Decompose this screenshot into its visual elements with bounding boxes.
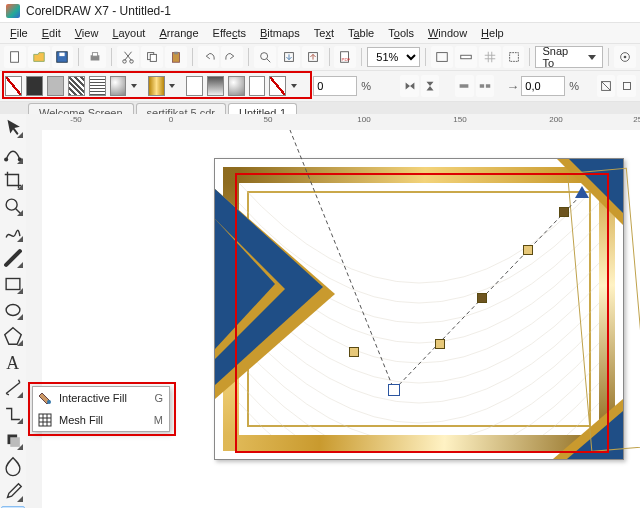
import-button[interactable] bbox=[278, 46, 300, 68]
mirror-h-button[interactable] bbox=[400, 75, 419, 97]
corner-ornament-left bbox=[215, 159, 385, 399]
acceleration-input[interactable] bbox=[521, 76, 565, 96]
connector-tool[interactable] bbox=[1, 402, 25, 426]
ruler-horizontal[interactable]: -50 0 50 100 150 200 250 bbox=[26, 114, 640, 131]
copy-button[interactable] bbox=[141, 46, 163, 68]
separator bbox=[608, 48, 609, 66]
text-tool[interactable]: A bbox=[1, 350, 25, 374]
conical-fill-swatch[interactable] bbox=[228, 76, 245, 96]
reverse-fill-button[interactable] bbox=[455, 75, 474, 97]
rectangular-fill-swatch[interactable] bbox=[249, 76, 266, 96]
mirror-v-button[interactable] bbox=[421, 75, 440, 97]
freehand-tool[interactable] bbox=[1, 220, 25, 244]
toolbox: A bbox=[0, 114, 27, 508]
eyedropper-tool[interactable] bbox=[1, 480, 25, 504]
menubar[interactable]: File Edit View Layout Arrange Effects Bi… bbox=[0, 23, 640, 44]
gradient-start-handle[interactable] bbox=[388, 384, 400, 396]
polygon-tool[interactable] bbox=[1, 324, 25, 348]
fill-type-dropdown[interactable] bbox=[289, 77, 297, 95]
transparency-tool[interactable] bbox=[1, 454, 25, 478]
fill-uniform-swatch[interactable] bbox=[47, 76, 64, 96]
fill-dropdown[interactable] bbox=[129, 77, 137, 95]
gradient-dropdown[interactable] bbox=[168, 77, 176, 95]
gradient-preset-swatch[interactable] bbox=[148, 76, 165, 96]
fill-solid-swatch[interactable] bbox=[26, 76, 43, 96]
svg-rect-50 bbox=[39, 414, 51, 426]
repeat-fill-button[interactable] bbox=[476, 75, 495, 97]
elliptical-fill-swatch[interactable] bbox=[207, 76, 224, 96]
svg-rect-21 bbox=[460, 84, 469, 88]
menu-layout[interactable]: Layout bbox=[106, 25, 151, 41]
artistic-media-tool[interactable] bbox=[1, 246, 25, 270]
menu-tools[interactable]: Tools bbox=[382, 25, 420, 41]
export-button[interactable] bbox=[302, 46, 324, 68]
menu-help[interactable]: Help bbox=[475, 25, 510, 41]
svg-rect-18 bbox=[509, 53, 518, 62]
menu-arrange[interactable]: Arrange bbox=[153, 25, 204, 41]
svg-point-11 bbox=[261, 53, 268, 60]
no-fill-swatch[interactable] bbox=[269, 76, 286, 96]
pick-tool[interactable] bbox=[1, 116, 25, 140]
gradient-skew-handle[interactable] bbox=[349, 347, 359, 357]
menu-text[interactable]: Text bbox=[308, 25, 340, 41]
menu-file[interactable]: File bbox=[4, 25, 34, 41]
menu-table[interactable]: Table bbox=[342, 25, 380, 41]
redo-button[interactable] bbox=[221, 46, 243, 68]
flyout-item-label: Mesh Fill bbox=[59, 414, 103, 426]
drawing-canvas[interactable] bbox=[42, 130, 640, 508]
drop-shadow-tool[interactable] bbox=[1, 428, 25, 452]
menu-view[interactable]: View bbox=[69, 25, 105, 41]
show-rulers-button[interactable] bbox=[455, 46, 477, 68]
open-button[interactable] bbox=[28, 46, 50, 68]
separator bbox=[361, 48, 362, 66]
svg-rect-17 bbox=[461, 55, 472, 59]
new-button[interactable] bbox=[4, 46, 26, 68]
interactive-fill-icon bbox=[37, 390, 53, 406]
copy-fill-button[interactable] bbox=[617, 75, 636, 97]
svg-point-28 bbox=[6, 199, 17, 210]
flyout-mesh-fill[interactable]: Mesh Fill M bbox=[33, 409, 169, 431]
gradient-node-1[interactable] bbox=[435, 339, 445, 349]
rectangle-tool[interactable] bbox=[1, 272, 25, 296]
menu-edit[interactable]: Edit bbox=[36, 25, 67, 41]
transparency-input[interactable] bbox=[313, 76, 357, 96]
page bbox=[214, 158, 624, 460]
parallel-dimension-tool[interactable] bbox=[1, 376, 25, 400]
show-grid-button[interactable] bbox=[479, 46, 501, 68]
options-button[interactable] bbox=[614, 46, 636, 68]
fill-texture-swatch[interactable] bbox=[89, 76, 106, 96]
fill-tool-flyout: Interactive Fill G Mesh Fill M bbox=[32, 386, 170, 432]
crop-tool[interactable] bbox=[1, 168, 25, 192]
menu-effects[interactable]: Effects bbox=[207, 25, 252, 41]
linear-fill-swatch[interactable] bbox=[186, 76, 203, 96]
svg-marker-48 bbox=[575, 186, 589, 198]
zoom-select[interactable]: 51% bbox=[367, 47, 420, 67]
paste-button[interactable] bbox=[165, 46, 187, 68]
publish-pdf-button[interactable]: PDF bbox=[334, 46, 356, 68]
fill-none-swatch[interactable] bbox=[5, 76, 22, 96]
separator bbox=[192, 48, 193, 66]
gradient-node-2[interactable] bbox=[477, 293, 487, 303]
snap-to-dropdown[interactable]: Snap To bbox=[535, 46, 603, 68]
zoom-tool[interactable] bbox=[1, 194, 25, 218]
gradient-node-3[interactable] bbox=[523, 245, 533, 255]
fullscreen-button[interactable] bbox=[431, 46, 453, 68]
svg-point-49 bbox=[47, 400, 51, 404]
menu-window[interactable]: Window bbox=[422, 25, 473, 41]
fill-postscript-swatch[interactable] bbox=[110, 76, 127, 96]
show-guides-button[interactable] bbox=[503, 46, 525, 68]
ruler-vertical[interactable] bbox=[26, 130, 43, 508]
undo-button[interactable] bbox=[198, 46, 220, 68]
cut-button[interactable] bbox=[117, 46, 139, 68]
free-scale-button[interactable] bbox=[597, 75, 616, 97]
gradient-end-arrow[interactable] bbox=[575, 186, 589, 202]
fill-pattern-swatch[interactable] bbox=[68, 76, 85, 96]
flyout-interactive-fill[interactable]: Interactive Fill G bbox=[33, 387, 169, 409]
save-button[interactable] bbox=[52, 46, 74, 68]
print-button[interactable] bbox=[84, 46, 106, 68]
ellipse-tool[interactable] bbox=[1, 298, 25, 322]
menu-bitmaps[interactable]: Bitmaps bbox=[254, 25, 306, 41]
gradient-node-4[interactable] bbox=[559, 207, 569, 217]
search-button[interactable] bbox=[254, 46, 276, 68]
shape-tool[interactable] bbox=[1, 142, 25, 166]
